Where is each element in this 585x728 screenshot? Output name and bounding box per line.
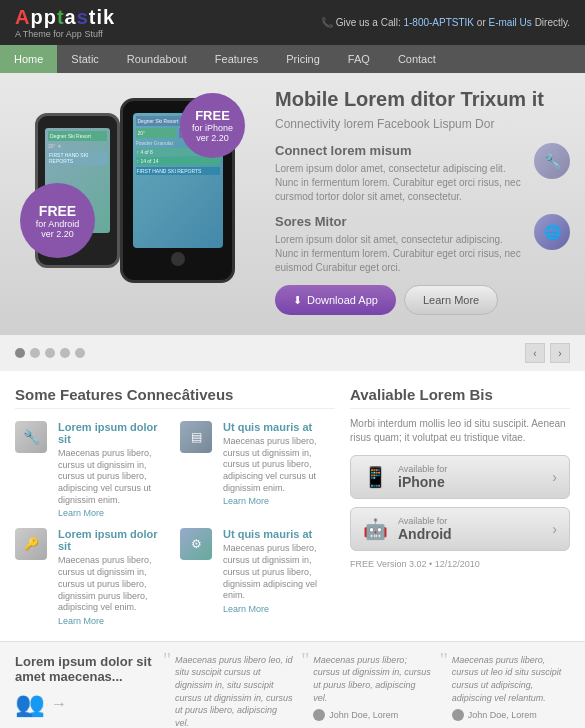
hero-icon-1: 🔧 [534,143,570,179]
logo-area: Apptastik A Theme for App Stuff [15,6,115,39]
right-arrow-icon: → [51,695,67,713]
logo-subtitle: A Theme for App Stuff [15,29,115,39]
prev-arrow[interactable]: ‹ [525,343,545,363]
feature-text-4: Ut quis mauris at Maecenas purus libero,… [223,528,335,625]
wrench-icon: 🔧 [15,421,47,453]
hero-buttons: ⬇ Download App Learn More [275,285,570,315]
hero-s1-title: Connect lorem misum [275,143,526,158]
android-badge: FREE for Android ver 2.20 [20,183,95,258]
testimonial-icon-group: 👥 → [15,690,155,718]
image-icon: ▤ [180,421,212,453]
iphone-btn-text: Available for iPhone [398,464,542,490]
gear-icon: ⚙ [180,528,212,560]
testimonial-main: Lorem ipsum dolor sit amet maecenas... 👥… [15,654,155,728]
logo-title: Apptastik [15,6,115,29]
testimonial-1: " Maecenas purus libero leo, id situ sus… [165,654,293,728]
dot-3[interactable] [45,348,55,358]
hero-title: Mobile Lorem ditor Trixum it [275,88,570,111]
testimonial-author-2: John Doe, Lorem [313,709,431,721]
hero-content: Mobile Lorem ditor Trixum it Connectivit… [265,88,570,315]
hero-section: FREE for Android ver 2.20 FREE for iPhon… [0,73,585,335]
testimonial-text-3: Maecenas purus libero, cursus ut leo id … [452,654,570,704]
hero-s2-title: Sores Mitor [275,214,526,229]
feature-link-3[interactable]: Learn More [58,616,104,626]
testimonial-2: " Maecenas purus libero; cursus ut digni… [303,654,431,728]
email-link[interactable]: E-mail Us [489,17,532,28]
nav-home[interactable]: Home [0,45,57,73]
feature-item-2: ▤ Ut quis mauris at Maecenas purus liber… [180,421,335,518]
nav-static[interactable]: Static [57,45,113,73]
testimonial-3: " Maecenas purus libero, cursus ut leo i… [442,654,570,728]
available-title: Avaliable Lorem Bis [350,386,570,409]
hero-phones: FREE for Android ver 2.20 FREE for iPhon… [15,88,265,288]
feature-text-3: Lorem ipsum dolor sit Maecenas purus lib… [58,528,170,625]
hero-icon-2: 🌐 [534,214,570,250]
dot-5[interactable] [75,348,85,358]
feature-item-1: 🔧 Lorem ipsum dolor sit Maecenas purus l… [15,421,170,518]
nav-pricing[interactable]: Pricing [272,45,334,73]
features-grid: 🔧 Lorem ipsum dolor sit Maecenas purus l… [15,421,335,626]
iphone-arrow-icon: › [552,469,557,485]
quote-mark-1: " [163,649,171,672]
android-btn-text: Available for Android [398,516,542,542]
feature-text-2: Ut quis mauris at Maecenas purus libero,… [223,421,335,518]
carousel-controls: ‹ › [0,335,585,371]
next-arrow[interactable]: › [550,343,570,363]
testimonial-text-1: Maecenas purus libero leo, id situ susci… [175,654,293,728]
available-section: Avaliable Lorem Bis Morbi interdum molli… [350,386,570,626]
android-icon: 🤖 [363,517,388,541]
header-contact: 📞 Give us a Call: 1-800-APTSTIK or E-mai… [321,17,570,28]
android-arrow-icon: › [552,521,557,537]
testimonial-author-3: John Doe, Lorem [452,709,570,721]
features-left: Some Features Connecâtiveus 🔧 Lorem ipsu… [15,386,335,626]
quote-mark-3: " [440,649,448,672]
feature-link-4[interactable]: Learn More [223,604,269,614]
hero-s1-text: Lorem ipsum dolor amet, consectetur adip… [275,162,526,204]
feature-link-2[interactable]: Learn More [223,496,269,506]
author-avatar-3 [452,709,464,721]
hero-s2-text: Lorem ipsum dolor sit amet, consectetur … [275,233,526,275]
key-icon: 🔑 [15,528,47,560]
carousel-arrows: ‹ › [525,343,570,363]
feature-icon-4: ⚙ [180,528,215,563]
features-title: Some Features Connecâtiveus [15,386,335,409]
author-avatar-2 [313,709,325,721]
download-button[interactable]: ⬇ Download App [275,285,396,315]
version-text: FREE Version 3.02 • 12/12/2010 [350,559,570,569]
feature-icon-2: ▤ [180,421,215,456]
people-icon: 👥 [15,690,45,718]
nav-faq[interactable]: FAQ [334,45,384,73]
feature-text-1: Lorem ipsum dolor sit Maecenas purus lib… [58,421,170,518]
dot-4[interactable] [60,348,70,358]
testimonial-main-title: Lorem ipsum dolor sit amet maecenas... [15,654,155,684]
dot-1[interactable] [15,348,25,358]
iphone-icon: 📱 [363,465,388,489]
feature-icon-1: 🔧 [15,421,50,456]
android-download-button[interactable]: 🤖 Available for Android › [350,507,570,551]
feature-item-4: ⚙ Ut quis mauris at Maecenas purus liber… [180,528,335,625]
main-nav: Home Static Roundabout Features Pricing … [0,45,585,73]
available-desc: Morbi interdum mollis leo id situ suscip… [350,417,570,445]
iphone-download-button[interactable]: 📱 Available for iPhone › [350,455,570,499]
features-available-section: Some Features Connecâtiveus 🔧 Lorem ipsu… [0,371,585,641]
header: Apptastik A Theme for App Stuff 📞 Give u… [0,0,585,45]
iphone-badge: FREE for iPhone ver 2.20 [180,93,245,158]
carousel-dots [15,348,85,358]
quote-mark-2: " [301,649,309,672]
hero-section1: Connect lorem misum Lorem ipsum dolor am… [275,143,570,204]
learn-more-button[interactable]: Learn More [404,285,498,315]
dot-2[interactable] [30,348,40,358]
nav-contact[interactable]: Contact [384,45,450,73]
hero-section2: Sores Mitor Lorem ipsum dolor sit amet, … [275,214,570,275]
nav-roundabout[interactable]: Roundabout [113,45,201,73]
phone-link[interactable]: 1-800-APTSTIK [403,17,474,28]
download-icon: ⬇ [293,294,302,307]
hero-subtitle: Connectivity lorem Facebook Lispum Dor [275,117,570,131]
feature-link-1[interactable]: Learn More [58,508,104,518]
testimonial-text-2: Maecenas purus libero; cursus ut digniss… [313,654,431,704]
feature-item-3: 🔑 Lorem ipsum dolor sit Maecenas purus l… [15,528,170,625]
feature-icon-3: 🔑 [15,528,50,563]
testimonials-section: Lorem ipsum dolor sit amet maecenas... 👥… [0,641,585,728]
nav-features[interactable]: Features [201,45,272,73]
